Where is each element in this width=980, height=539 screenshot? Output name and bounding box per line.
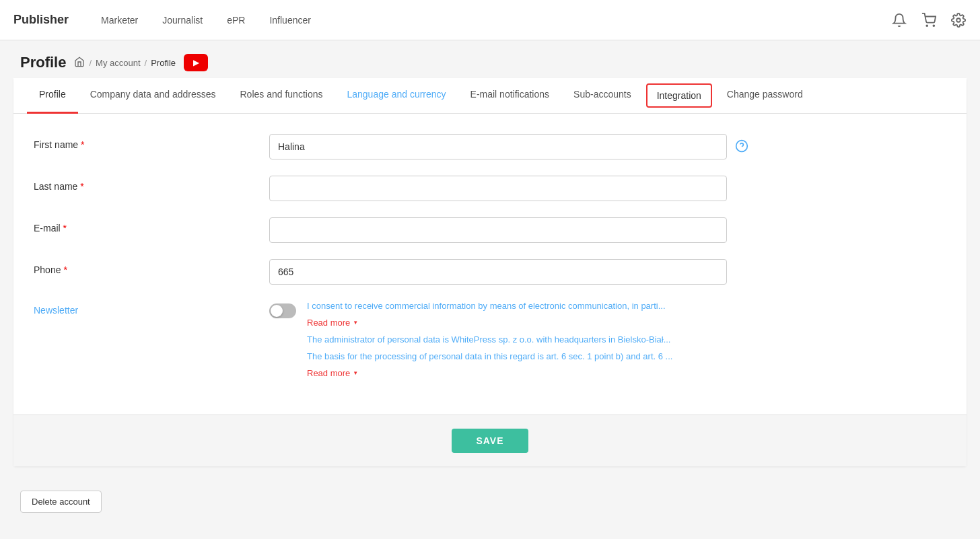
email-row: E-mail * [34,217,946,243]
tab-company-data[interactable]: Company data and addresses [78,78,228,114]
breadcrumb: / My account / Profile [74,57,176,69]
newsletter-consent-text: I consent to receive commercial informat… [307,301,672,311]
toggle-knob [271,305,283,317]
first-name-row: First name * [34,134,946,159]
first-name-help-icon[interactable] [735,134,748,156]
newsletter-admin-text: The administrator of personal data is Wh… [307,334,672,345]
newsletter-basis-text: The basis for the processing of personal… [307,351,672,361]
first-name-label: First name * [34,134,269,150]
breadcrumb-current: Profile [151,58,176,68]
cart-icon[interactable] [921,12,937,28]
save-button[interactable]: SAVE [452,429,528,453]
newsletter-toggle[interactable] [269,303,296,318]
breadcrumb-home[interactable] [74,57,85,69]
tab-email-notifications[interactable]: E-mail notifications [458,78,562,114]
nav-item-journalist[interactable]: Journalist [150,0,215,40]
phone-label: Phone * [34,259,269,275]
last-name-row: Last name * [34,176,946,201]
newsletter-read-more-2[interactable]: Read more [307,368,672,378]
form-footer: SAVE [13,415,967,466]
youtube-button[interactable] [184,54,208,71]
main-content-card: Profile Company data and addresses Roles… [13,78,967,466]
email-label: E-mail * [34,217,269,233]
last-name-label: Last name * [34,176,269,192]
tab-change-password[interactable]: Change password [715,78,815,114]
breadcrumb-sep2: / [145,58,147,68]
bell-icon[interactable] [891,12,907,28]
newsletter-texts: I consent to receive commercial informat… [307,301,672,378]
newsletter-row: Newsletter I consent to receive commerci… [34,301,946,378]
nav-item-influencer[interactable]: Influencer [257,0,322,40]
breadcrumb-sep1: / [89,58,92,68]
tab-integration[interactable]: Integration [646,83,712,108]
phone-input[interactable] [269,259,727,285]
form-area: First name * Last name * E-mail * [13,114,967,415]
svg-point-1 [933,25,934,26]
phone-row: Phone * [34,259,946,285]
breadcrumb-my-account[interactable]: My account [96,58,140,68]
nav-left: Publisher Marketer Journalist ePR Influe… [13,0,323,40]
delete-account-button[interactable]: Delete account [20,491,102,513]
tab-profile[interactable]: Profile [27,78,78,114]
newsletter-label: Newsletter [34,301,269,316]
nav-logo[interactable]: Publisher [13,13,69,27]
page-header: Profile / My account / Profile [0,40,980,78]
email-input[interactable] [269,217,727,243]
nav-item-marketer[interactable]: Marketer [89,0,150,40]
first-name-input[interactable] [269,134,727,159]
tab-roles[interactable]: Roles and functions [228,78,335,114]
tab-sub-accounts[interactable]: Sub-accounts [561,78,643,114]
tab-language-currency[interactable]: Language and currency [335,78,458,114]
svg-point-2 [956,18,960,22]
last-name-input[interactable] [269,176,727,201]
top-navigation: Publisher Marketer Journalist ePR Influe… [0,0,980,40]
tab-bar: Profile Company data and addresses Roles… [13,78,967,114]
newsletter-right: I consent to receive commercial informat… [269,301,672,378]
svg-point-0 [926,25,928,26]
gear-icon[interactable] [950,12,967,28]
newsletter-read-more-1[interactable]: Read more [307,318,672,328]
nav-right [891,12,967,28]
page-title: Profile [20,54,66,71]
nav-item-epr[interactable]: ePR [215,0,257,40]
bottom-bar: Delete account [0,480,980,524]
